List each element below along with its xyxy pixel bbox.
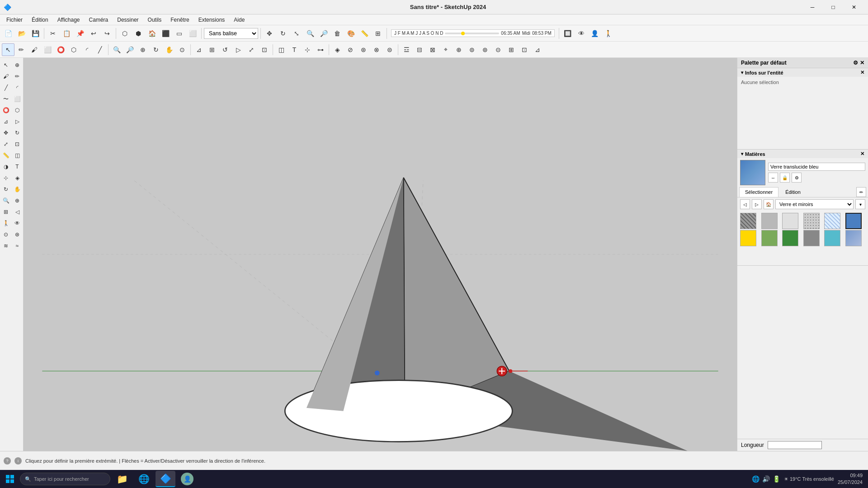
entity-info-close[interactable]: ✕ [860,70,864,75]
extra-btn6[interactable]: ⊕ [453,43,465,56]
minimize-button[interactable]: ─ [802,0,823,14]
extra-btn5[interactable]: ⌖ [439,43,452,56]
taskbar-app-explorer[interactable]: 📁 [112,471,132,487]
tag-selector[interactable]: Sans balise [204,28,258,39]
follow-tool[interactable]: ▷ [232,43,245,56]
tape-tool[interactable]: ⊶ [314,43,327,56]
tray-network[interactable]: 🌐 [752,475,760,483]
shape-btn3[interactable]: 🏠 [146,27,158,40]
extra-btn2[interactable]: ☲ [400,43,413,56]
mat-nav-back[interactable]: ◁ [740,199,750,209]
follow-tool-left[interactable]: ▷ [12,116,23,127]
advanced-tool[interactable]: ⊛ [357,43,370,56]
extra-btn12[interactable]: ⊿ [531,43,544,56]
section-plane-tool[interactable]: ◈ [331,43,344,56]
sandbox-tool[interactable]: ⊘ [344,43,357,56]
weather-display[interactable]: ☀ 19°C Très ensoleillé [784,476,834,482]
panel-close-icon[interactable]: ✕ [860,60,864,66]
menu-item-affichage[interactable]: Affichage [53,16,85,24]
shape-btn6[interactable]: ⬜ [186,27,199,40]
sandbox4-tool[interactable]: ≈ [12,240,23,251]
extra-btn7[interactable]: ⊚ [466,43,478,56]
taskbar-clock[interactable]: 09:49 25/07/2024 [838,472,863,486]
menu-item-outils[interactable]: Outils [143,16,166,24]
erase-tool-left[interactable]: ✏ [12,71,23,82]
menu-item-caméra[interactable]: Caméra [85,16,113,24]
rotate-tool-left[interactable]: ↻ [12,127,23,138]
tab-edition[interactable]: Édition [779,187,807,197]
new-button[interactable]: 📄 [2,27,14,40]
shape-btn4[interactable]: ⬛ [159,27,172,40]
orbit-tool-left[interactable]: ↻ [0,184,11,195]
extra-btn1[interactable]: ⊜ [383,43,396,56]
zoom-window-left[interactable]: ⊕ [12,195,23,206]
length-input[interactable] [768,441,822,449]
sandbox2-tool[interactable]: ⊗ [370,43,383,56]
mat-more[interactable]: ▾ [855,199,865,209]
mat-home[interactable]: 🏠 [764,199,774,209]
eraser-tool[interactable]: ✏ [15,43,28,56]
extra-btn3[interactable]: ⊟ [413,43,426,56]
entity-info-header[interactable]: ▾ Infos sur l'entité ✕ [737,68,868,77]
extra-btn4[interactable]: ⊠ [426,43,439,56]
zoom-tool-left[interactable]: 🔍 [0,195,11,206]
move-tool[interactable]: ✥ [263,27,276,40]
swatch-gray1[interactable] [761,213,778,229]
rect-tool-left[interactable]: ⬜ [12,94,23,104]
zoom-window-tool[interactable]: ⊕ [137,43,149,56]
taskbar-search[interactable]: 🔍 Taper ici pour rechercher [20,473,110,485]
circle-tool-left[interactable]: ⭕ [0,105,11,116]
material-category[interactable]: Verre et miroirs [775,199,854,209]
walk-tool-left[interactable]: 🚶 [0,218,11,229]
info-icon[interactable]: i [14,457,22,465]
shape-btn5[interactable]: ▭ [173,27,185,40]
tape-tool-left[interactable]: 📏 [0,150,11,161]
menu-item-extensions[interactable]: Extensions [194,16,230,24]
zoom2-tool[interactable]: 🔎 [123,43,136,56]
line-tool-left[interactable]: ╱ [0,82,11,93]
search2-btn[interactable]: 🔎 [317,27,330,40]
push-tool-left[interactable]: ⊿ [0,116,11,127]
look-tool-left[interactable]: 👁 [12,218,23,229]
view-btn4[interactable]: 🚶 [602,27,615,40]
copy-button[interactable]: 📋 [60,27,73,40]
tab-select[interactable]: Sélectionner [739,187,778,197]
extra-btn11[interactable]: ⊡ [518,43,531,56]
pan-tool[interactable]: ✋ [163,43,175,56]
mat-edit-icon[interactable]: ✏ [856,187,866,197]
start-button[interactable] [2,471,18,487]
menu-item-fenêtre[interactable]: Fenêtre [166,16,193,24]
cut-button[interactable]: ✂ [47,27,59,40]
extra-btn9[interactable]: ⊝ [492,43,505,56]
offset-tool[interactable]: ⊡ [258,43,271,56]
mat-nav-forward[interactable]: ▷ [752,199,762,209]
rotate-tool[interactable]: ↻ [277,27,289,40]
scale2-tool[interactable]: ⤢ [245,43,258,56]
position-tool[interactable]: ⊙ [0,229,11,240]
materials-header[interactable]: ▾ Matières ✕ [737,150,868,158]
polygon-tool[interactable]: ⬡ [67,43,80,56]
suntime-bar[interactable]: J F M A M J J A S O N D 06:35 AM Midi 08… [391,29,555,37]
arc-tool-left[interactable]: ◜ [12,82,23,93]
material-name-input[interactable] [768,163,865,171]
swatch-green2[interactable] [782,230,798,246]
save-button[interactable]: 💾 [29,27,42,40]
zoom-fit-left[interactable]: ⊞ [0,206,11,217]
taskbar-app-sketchup[interactable]: 🔷 [156,471,175,487]
extra-btn8[interactable]: ⊛ [479,43,491,56]
help-icon[interactable]: ? [4,457,11,465]
select-tool-left[interactable]: ↖ [0,60,11,70]
view-btn1[interactable]: 🔲 [561,27,574,40]
advanced-tool-left[interactable]: ⊛ [12,229,23,240]
axis-tool[interactable]: ⊹ [301,43,314,56]
paint-btn[interactable]: 🎨 [344,27,357,40]
paint-tool[interactable]: 🖌 [28,43,41,56]
select-tool[interactable]: ↖ [2,43,14,56]
line-tool[interactable]: ╱ [94,43,106,56]
tray-volume[interactable]: 🔊 [762,475,770,483]
mat-btn2[interactable]: 🔒 [780,173,790,183]
freehand-tool[interactable]: 〜 [0,94,11,104]
menu-item-aide[interactable]: Aide [229,16,249,24]
redo-button[interactable]: ↪ [101,27,113,40]
view-btn2[interactable]: 👁 [575,27,588,40]
